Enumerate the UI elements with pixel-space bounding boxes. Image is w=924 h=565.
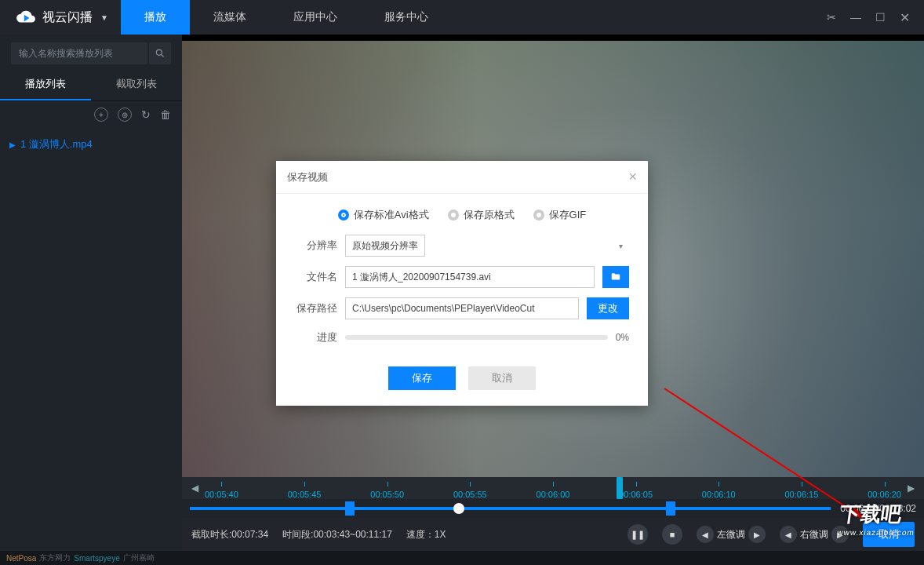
add-icon[interactable]: +: [94, 108, 108, 122]
scissors-icon[interactable]: ✂: [827, 11, 836, 24]
ruler-ticks: 00:05:40 00:05:45 00:05:50 00:05:55 00:0…: [202, 477, 904, 499]
ruler-left-icon[interactable]: ◀: [188, 483, 202, 494]
fine-left-next-icon[interactable]: ▶: [748, 526, 766, 543]
footer: NetPosa 东方网力 Smartspyeye 广州嘉崎: [0, 551, 924, 565]
fine-right-label: 右微调: [800, 528, 828, 541]
radio-dot-icon: [533, 210, 544, 221]
sidebar-toolbar: + ⊕ ↻ 🗑: [0, 101, 182, 128]
tick: 00:05:40: [205, 490, 238, 499]
browse-button[interactable]: [602, 266, 629, 288]
filename-label: 文件名: [295, 270, 337, 284]
addfile-icon[interactable]: ⊕: [118, 108, 132, 122]
slider-track[interactable]: [190, 507, 831, 510]
slider-playhead[interactable]: [453, 503, 464, 514]
playlist-item[interactable]: ▶ 1 漩涡博人.mp4: [0, 133, 182, 156]
control-bar: 截取时长:00:07:34 时间段:00:03:43~00:11:17 速度：1…: [182, 518, 924, 551]
pause-button[interactable]: ❚❚: [628, 524, 648, 545]
tick: 00:06:05: [619, 490, 653, 499]
progress-row: 进度 0%: [295, 330, 629, 344]
cloud-play-icon: [16, 7, 36, 27]
dialog-actions: 保存 取消: [276, 355, 648, 406]
nav-tab-stream[interactable]: 流媒体: [190, 0, 270, 35]
save-video-dialog: 保存视频 × 保存标准Avi格式 保存原格式 保存GIF 分辨率 原始视频分辨率…: [276, 161, 648, 406]
minimize-icon[interactable]: —: [850, 11, 861, 24]
nav-tab-play[interactable]: 播放: [121, 0, 190, 35]
stop-button[interactable]: ■: [662, 524, 682, 545]
watermark: 下载吧 www.xiazaiba.com: [837, 501, 919, 537]
dialog-body: 保存标准Avi格式 保存原格式 保存GIF 分辨率 原始视频分辨率 文件名: [276, 194, 648, 355]
resolution-label: 分辨率: [295, 239, 337, 253]
radio-avi[interactable]: 保存标准Avi格式: [338, 208, 429, 222]
nav-tabs: 播放 流媒体 应用中心 服务中心: [121, 0, 452, 35]
resolution-row: 分辨率 原始视频分辨率: [295, 235, 629, 257]
tick: 00:06:15: [784, 490, 818, 499]
footer-brand-4: 广州嘉崎: [123, 552, 155, 563]
sidebar-tab-capture[interactable]: 截取列表: [91, 69, 182, 100]
cancel-button[interactable]: 取消: [468, 366, 536, 390]
title-bar: 视云闪播 ▼ 播放 流媒体 应用中心 服务中心 ✂ — ☐ ✕: [0, 0, 924, 35]
progress-percent: 0%: [616, 332, 629, 343]
search-input[interactable]: [11, 42, 147, 64]
sidebar-tabs: 播放列表 截取列表: [0, 69, 182, 101]
playing-icon: ▶: [9, 140, 16, 149]
resolution-select[interactable]: 原始视频分辨率: [345, 235, 425, 257]
speed: 速度：1X: [406, 528, 446, 541]
path-input[interactable]: [345, 297, 579, 319]
fine-left-prev-icon[interactable]: ◀: [697, 526, 714, 543]
ruler-right-icon[interactable]: ▶: [904, 483, 918, 494]
progress-label: 进度: [295, 330, 337, 344]
folder-icon: [609, 272, 622, 282]
tick: 00:05:50: [370, 490, 404, 499]
tick: 00:06:20: [868, 490, 901, 499]
cut-length: 截取时长:00:07:34: [191, 528, 268, 541]
dialog-close-icon[interactable]: ×: [628, 169, 637, 185]
svg-line-1: [162, 55, 164, 57]
close-icon[interactable]: ✕: [900, 10, 910, 25]
nav-tab-service[interactable]: 服务中心: [361, 0, 452, 35]
path-label: 保存路径: [295, 301, 337, 315]
footer-brand-2: 东方网力: [39, 552, 71, 563]
radio-dot-icon: [338, 210, 349, 221]
app-dropdown-icon[interactable]: ▼: [100, 13, 108, 22]
search-icon: [155, 48, 166, 59]
sidebar-tab-playlist[interactable]: 播放列表: [0, 69, 91, 100]
search-button[interactable]: [149, 42, 171, 64]
dialog-title: 保存视频: [287, 170, 328, 184]
app-logo[interactable]: 视云闪播 ▼: [0, 7, 121, 27]
filename-row: 文件名: [295, 266, 629, 288]
loop-icon[interactable]: ↻: [141, 108, 151, 122]
tick: 00:06:10: [702, 490, 736, 499]
tick: 00:05:55: [453, 490, 487, 499]
fine-left-group: ◀ 左微调 ▶: [697, 526, 766, 543]
timeline-ruler[interactable]: ◀ 00:05:40 00:05:45 00:05:50 00:05:55 00…: [182, 477, 924, 499]
sidebar: 播放列表 截取列表 + ⊕ ↻ 🗑 ▶ 1 漩涡博人.mp4: [0, 35, 182, 551]
footer-brand-3: Smartspyeye: [74, 554, 119, 563]
svg-point-0: [156, 49, 162, 55]
sidebar-search: [0, 35, 182, 69]
filename-input[interactable]: [345, 266, 595, 288]
fine-right-prev-icon[interactable]: ◀: [780, 526, 797, 543]
playlist-item-label: 1 漩涡博人.mp4: [20, 137, 93, 151]
tick: 00:05:45: [288, 490, 322, 499]
maximize-icon[interactable]: ☐: [875, 11, 886, 24]
trash-icon[interactable]: 🗑: [160, 108, 171, 122]
format-radios: 保存标准Avi格式 保存原格式 保存GIF: [295, 208, 629, 222]
radio-raw[interactable]: 保存原格式: [448, 208, 515, 222]
playlist: ▶ 1 漩涡博人.mp4: [0, 128, 182, 161]
slider-handle-left[interactable]: [345, 501, 355, 516]
path-row: 保存路径 更改: [295, 297, 629, 319]
time-range: 时间段:00:03:43~00:11:17: [282, 528, 392, 541]
dialog-header: 保存视频 ×: [276, 161, 648, 194]
slider-handle-right[interactable]: [666, 501, 675, 516]
playhead[interactable]: [617, 477, 623, 499]
fine-left-label: 左微调: [717, 528, 745, 541]
save-button[interactable]: 保存: [388, 366, 456, 390]
change-path-button[interactable]: 更改: [587, 297, 629, 319]
progress-bar: [345, 335, 608, 340]
radio-gif[interactable]: 保存GIF: [533, 208, 587, 222]
trim-slider[interactable]: 00:06:05/00:13:02: [182, 499, 924, 518]
window-controls: ✂ — ☐ ✕: [827, 10, 924, 25]
radio-dot-icon: [448, 210, 459, 221]
tick: 00:06:00: [537, 490, 570, 499]
nav-tab-appcenter[interactable]: 应用中心: [270, 0, 361, 35]
